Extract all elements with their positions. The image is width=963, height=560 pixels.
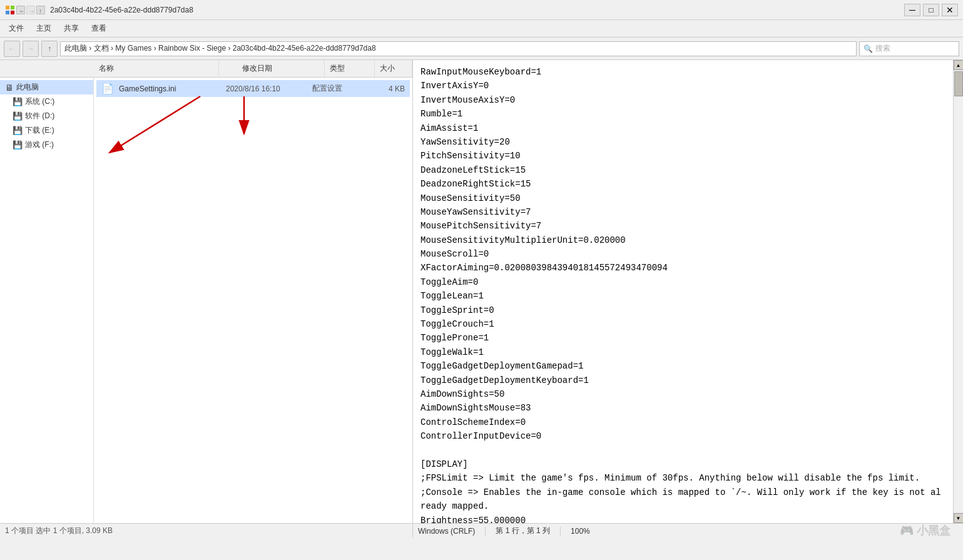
col-type[interactable]: 类型 (325, 60, 375, 77)
sidebar: 🖥 此电脑 💾 系统 (C:) 💾 软件 (D:) 💾 (0, 78, 94, 523)
text-editor: RawInputMouseKeyboard=1 InvertAxisY=0 In… (413, 60, 963, 538)
position-status: 第 1 行，第 1 列 (496, 526, 550, 536)
col-size[interactable]: 大小 (375, 60, 412, 77)
sidebar-item-f[interactable]: 💾 游戏 (F:) (0, 138, 93, 152)
back-nav-btn[interactable]: ← (4, 41, 20, 57)
menu-home[interactable]: 主页 (30, 21, 58, 36)
svg-rect-1 (11, 6, 14, 9)
search-box[interactable]: 🔍 搜索 (859, 41, 959, 56)
maximize-btn[interactable]: □ (923, 4, 939, 16)
file-icon: 📄 (101, 83, 114, 94)
svg-text:→: → (29, 8, 35, 14)
sidebar-item-d[interactable]: 💾 软件 (D:) (0, 109, 93, 123)
file-date: 2020/8/16 16:10 (226, 84, 307, 93)
scrollbar[interactable]: ▲ ▼ (953, 60, 963, 523)
minimize-btn[interactable]: ─ (904, 4, 920, 16)
scroll-down-btn[interactable]: ▼ (954, 513, 964, 523)
forward-btn[interactable]: → (26, 6, 35, 14)
menu-bar: 文件 主页 共享 查看 (0, 20, 963, 38)
svg-text:↑: ↑ (39, 8, 42, 14)
svg-text:←: ← (19, 8, 25, 14)
sidebar-item-pc[interactable]: 🖥 此电脑 (0, 80, 93, 94)
status-divider-1 (485, 527, 486, 536)
disk-e-icon: 💾 (13, 126, 23, 135)
explorer-status-text: 1 个项目 选中 1 个项目, 3.09 KB (5, 526, 113, 536)
svg-rect-3 (11, 11, 14, 14)
sidebar-label-e: 下载 (E:) (25, 125, 54, 136)
disk-f-icon: 💾 (13, 140, 23, 150)
encoding-status: Windows (CRLF) (418, 527, 475, 536)
search-placeholder: 搜索 (875, 43, 890, 54)
status-bar: Windows (CRLF) 第 1 行，第 1 列 100% (413, 523, 963, 538)
title-bar: ← → ↑ 2a03c4bd-4b22-45e6-a22e-ddd8779d7d… (0, 0, 963, 20)
zoom-status: 100% (571, 527, 590, 536)
main-area: 名称 修改日期 类型 大小 🖥 此电脑 💾 (0, 60, 963, 538)
file-type: 配置设置 (312, 83, 362, 94)
address-crumb: 此电脑 › 文档 › My Games › Rainbow Six - Sieg… (64, 43, 376, 54)
svg-rect-2 (6, 11, 9, 14)
sidebar-item-e[interactable]: 💾 下载 (E:) (0, 123, 93, 138)
up-btn[interactable]: ↑ (36, 6, 45, 14)
up-nav-btn[interactable]: ↑ (41, 41, 58, 57)
title-text: 2a03c4bd-4b22-45e6-a22e-ddd8779d7da8 (50, 6, 193, 14)
col-modified[interactable]: 修改日期 (237, 60, 325, 77)
file-explorer: 名称 修改日期 类型 大小 🖥 此电脑 💾 (0, 60, 413, 538)
sidebar-label-d: 软件 (D:) (25, 111, 54, 121)
sidebar-label-pc: 此电脑 (16, 82, 39, 93)
pc-icon: 🖥 (5, 83, 14, 93)
menu-share[interactable]: 共享 (58, 21, 85, 36)
close-btn[interactable]: ✕ (942, 4, 958, 16)
file-name: GameSettings.ini (119, 84, 221, 93)
toolbar: ← → ↑ 此电脑 › 文档 › My Games › Rainbow Six … (0, 38, 963, 60)
disk-d-icon: 💾 (13, 111, 23, 121)
sidebar-label-f: 游戏 (F:) (25, 140, 54, 150)
explorer-body: 🖥 此电脑 💾 系统 (C:) 💾 软件 (D:) 💾 (0, 78, 412, 523)
forward-nav-btn[interactable]: → (23, 41, 39, 57)
column-headers: 名称 修改日期 类型 大小 (0, 60, 412, 78)
menu-view[interactable]: 查看 (85, 21, 113, 36)
scroll-thumb[interactable] (954, 71, 963, 96)
disk-c-icon: 💾 (13, 97, 23, 106)
address-bar[interactable]: 此电脑 › 文档 › My Games › Rainbow Six - Sieg… (60, 41, 857, 56)
svg-rect-0 (6, 6, 9, 9)
window-icon (5, 5, 15, 15)
text-content[interactable]: RawInputMouseKeyboard=1 InvertAxisY=0 In… (413, 60, 953, 523)
window-controls: ─ □ ✕ (904, 4, 958, 16)
explorer-status: 1 个项目 选中 1 个项目, 3.09 KB (0, 523, 412, 538)
back-btn[interactable]: ← (16, 6, 25, 14)
sidebar-item-c[interactable]: 💾 系统 (C:) (0, 94, 93, 109)
notepad-content-area: RawInputMouseKeyboard=1 InvertAxisY=0 In… (413, 60, 963, 523)
search-icon: 🔍 (864, 44, 873, 53)
scroll-up-btn[interactable]: ▲ (954, 60, 964, 70)
status-divider-2 (560, 527, 561, 536)
sidebar-label-c: 系统 (C:) (25, 96, 54, 107)
col-name[interactable]: 名称 (94, 60, 219, 77)
menu-file[interactable]: 文件 (3, 21, 30, 36)
file-size: 4 KB (367, 84, 405, 93)
file-list: 📄 GameSettings.ini 2020/8/16 16:10 配置设置 … (94, 78, 412, 523)
table-row[interactable]: 📄 GameSettings.ini 2020/8/16 16:10 配置设置 … (96, 80, 410, 97)
title-bar-icons: ← → ↑ (5, 5, 45, 15)
